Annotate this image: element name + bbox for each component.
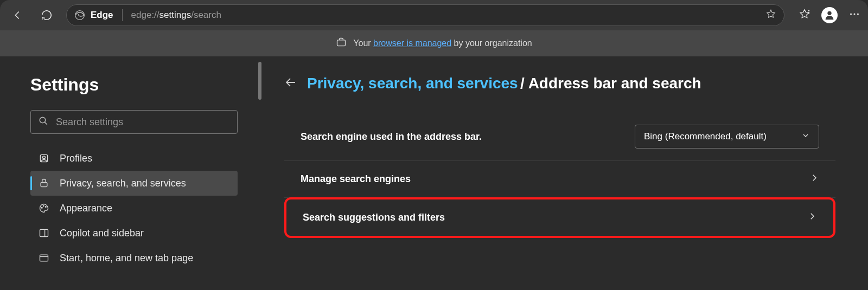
sidebar-item-label: Copilot and sidebar bbox=[60, 228, 144, 239]
svg-point-11 bbox=[43, 205, 44, 207]
briefcase-icon bbox=[336, 37, 347, 50]
svg-rect-14 bbox=[40, 255, 48, 261]
chevron-right-icon bbox=[809, 173, 819, 185]
svg-rect-9 bbox=[41, 182, 47, 186]
sidebar-icon bbox=[38, 228, 50, 239]
search-icon bbox=[39, 116, 48, 128]
svg-point-3 bbox=[853, 13, 855, 15]
url-text: edge://settings/search bbox=[131, 10, 760, 21]
search-engine-dropdown[interactable]: Bing (Recommended, default) bbox=[635, 125, 819, 149]
sidebar-item-appearance[interactable]: Appearance bbox=[30, 196, 238, 221]
scrollbar-thumb[interactable] bbox=[258, 62, 261, 100]
sidebar-item-privacy[interactable]: Privacy, search, and services bbox=[30, 171, 238, 196]
site-label: Edge bbox=[91, 10, 113, 21]
svg-point-10 bbox=[41, 207, 42, 208]
sidebar-item-copilot[interactable]: Copilot and sidebar bbox=[30, 221, 238, 246]
address-bar[interactable]: Edge edge://settings/search bbox=[66, 4, 784, 26]
edge-icon bbox=[74, 10, 85, 21]
profile-avatar[interactable] bbox=[821, 7, 838, 23]
chevron-down-icon bbox=[801, 131, 810, 143]
back-button[interactable] bbox=[8, 5, 27, 25]
palette-icon bbox=[38, 203, 50, 214]
sidebar-item-start[interactable]: Start, home, and new tab page bbox=[30, 246, 238, 270]
row-label: Manage search engines bbox=[301, 173, 411, 185]
settings-title: Settings bbox=[30, 75, 238, 95]
svg-point-6 bbox=[40, 117, 46, 123]
settings-sidebar: Settings Profiles Privacy, search, and s… bbox=[0, 56, 263, 290]
highlight-annotation: Search suggestions and filters bbox=[284, 197, 835, 238]
svg-rect-5 bbox=[337, 40, 346, 46]
svg-point-8 bbox=[43, 156, 46, 159]
breadcrumb: Privacy, search, and services / Address … bbox=[284, 75, 835, 92]
favorites-icon[interactable] bbox=[799, 8, 810, 22]
sidebar-item-label: Appearance bbox=[60, 203, 112, 214]
more-icon[interactable] bbox=[848, 8, 860, 22]
breadcrumb-sep: / bbox=[520, 75, 528, 92]
svg-point-2 bbox=[850, 13, 852, 15]
settings-search[interactable] bbox=[30, 110, 238, 134]
chevron-right-icon bbox=[807, 211, 817, 224]
browser-toolbar: Edge edge://settings/search bbox=[0, 0, 868, 30]
addr-separator bbox=[122, 9, 123, 21]
svg-point-1 bbox=[827, 11, 831, 15]
breadcrumb-parent[interactable]: Privacy, search, and services bbox=[307, 75, 518, 92]
dropdown-value: Bing (Recommended, default) bbox=[644, 131, 767, 142]
managed-text: Your browser is managed by your organiza… bbox=[353, 38, 532, 48]
breadcrumb-current: Address bar and search bbox=[528, 75, 701, 92]
svg-point-4 bbox=[857, 13, 859, 15]
refresh-button[interactable] bbox=[37, 5, 56, 25]
row-search-suggestions[interactable]: Search suggestions and filters bbox=[286, 199, 833, 236]
toolbar-right bbox=[799, 7, 860, 23]
star-icon[interactable] bbox=[765, 9, 776, 22]
svg-point-12 bbox=[46, 207, 47, 208]
managed-link[interactable]: browser is managed bbox=[373, 38, 451, 48]
row-label: Search suggestions and filters bbox=[303, 212, 445, 223]
svg-point-0 bbox=[75, 11, 85, 20]
lock-icon bbox=[38, 178, 50, 189]
sidebar-item-profiles[interactable]: Profiles bbox=[30, 146, 238, 171]
svg-rect-13 bbox=[40, 229, 48, 236]
profile-icon bbox=[38, 153, 50, 164]
settings-search-input[interactable] bbox=[56, 117, 229, 128]
breadcrumb-back-icon[interactable] bbox=[284, 76, 297, 91]
row-manage-engines[interactable]: Manage search engines bbox=[284, 161, 835, 198]
tab-icon bbox=[38, 253, 50, 263]
managed-banner: Your browser is managed by your organiza… bbox=[0, 30, 868, 56]
sidebar-item-label: Start, home, and new tab page bbox=[60, 253, 193, 264]
settings-main: Privacy, search, and services / Address … bbox=[263, 56, 868, 290]
sidebar-item-label: Profiles bbox=[60, 153, 92, 164]
row-label: Search engine used in the address bar. bbox=[301, 131, 482, 143]
row-search-engine: Search engine used in the address bar. B… bbox=[284, 113, 835, 161]
sidebar-item-label: Privacy, search, and services bbox=[60, 178, 186, 189]
